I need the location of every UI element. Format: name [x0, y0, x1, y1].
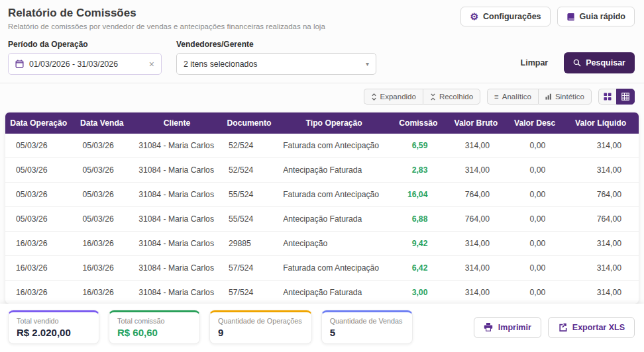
sales-count-card: Quantidade de Vendas 5 — [321, 310, 413, 344]
title-block: Relatório de Comissões Relatório de comi… — [8, 7, 325, 30]
settings-button[interactable]: ⚙ Configurações — [460, 7, 550, 26]
table-cell: 52/524 — [222, 134, 276, 158]
table-cell: 314,00 — [445, 232, 507, 256]
cards-view-button[interactable] — [598, 89, 616, 105]
table-cell: 3,00 — [392, 281, 445, 304]
search-button-label: Pesquisar — [586, 58, 625, 67]
table-cell: 0,00 — [507, 256, 563, 281]
export-icon — [558, 323, 567, 331]
sellers-filter-label: Vendedores/Gerente — [176, 40, 376, 49]
header-actions: ⚙ Configurações Guia rápido — [460, 7, 635, 26]
search-button[interactable]: Pesquisar — [564, 52, 635, 73]
table-toolbar: Expandido Recolhido ≡ Analítico Sintétic… — [0, 83, 644, 110]
column-header: Cliente — [132, 112, 222, 134]
table-row[interactable]: 05/03/2605/03/2631084 - Maria Carlos52/5… — [5, 134, 639, 158]
table-row[interactable]: 05/03/2605/03/2631084 - Maria Carlos55/5… — [5, 207, 639, 232]
table-cell: 6,88 — [392, 207, 445, 232]
expand-all-button[interactable]: Expandido — [364, 89, 423, 105]
table-row[interactable]: 05/03/2605/03/2631084 - Maria Carlos52/5… — [5, 158, 639, 183]
period-date-input[interactable]: 01/03/2026 - 31/03/2026 × — [8, 53, 162, 75]
table-cell: 0,00 — [507, 207, 563, 232]
table-row[interactable]: 16/03/2616/03/2631084 - Maria Carlos57/5… — [5, 256, 639, 281]
table-cell: 314,00 — [445, 281, 507, 304]
results-table-panel: Data OperaçãoData VendaClienteDocumentoT… — [5, 112, 639, 304]
table-cell: 31084 - Maria Carlos — [132, 281, 222, 304]
table-cell: 05/03/26 — [5, 207, 72, 232]
table-row[interactable]: 16/03/2616/03/2631084 - Maria Carlos2988… — [5, 232, 639, 256]
synthetic-view-button[interactable]: Sintético — [538, 89, 592, 105]
table-cell: 314,00 — [563, 134, 639, 158]
table-cell: 0,00 — [507, 183, 563, 207]
export-xls-button-label: Exportar XLS — [572, 323, 625, 332]
sellers-select[interactable]: 2 itens selecionados ▾ — [176, 53, 376, 75]
table-cell: 05/03/26 — [72, 158, 132, 183]
unfold-more-icon — [371, 93, 377, 101]
filters-section: Período da Operação 01/03/2026 - 31/03/2… — [8, 40, 635, 75]
expand-collapse-group: Expandido Recolhido — [364, 89, 481, 105]
table-cell: Antecipação Faturada — [276, 207, 392, 232]
table-cell: Faturada com Antecipação — [276, 134, 392, 158]
table-cell: 31084 - Maria Carlos — [132, 158, 222, 183]
table-cell: 314,00 — [563, 256, 639, 281]
header-section: Relatório de Comissões Relatório de comi… — [0, 0, 644, 83]
table-cell: 52/524 — [222, 158, 276, 183]
footer-actions: Imprimir Exportar XLS — [474, 317, 635, 338]
layout-toggle-group — [598, 89, 635, 105]
table-cell: 16/03/26 — [5, 281, 72, 304]
table-cell: 314,00 — [563, 281, 639, 304]
calendar-icon — [15, 60, 24, 68]
sales-count-label: Quantidade de Vendas — [330, 317, 403, 325]
table-cell: 314,00 — [445, 256, 507, 281]
table-cell: Antecipação Faturada — [276, 281, 392, 304]
operations-count-value: 9 — [218, 327, 302, 338]
search-icon — [573, 59, 581, 67]
table-cell: 16/03/26 — [72, 232, 132, 256]
total-commission-label: Total comissão — [117, 317, 190, 325]
printer-icon — [484, 323, 493, 331]
table-cell: 0,00 — [507, 232, 563, 256]
synthetic-view-label: Sintético — [555, 93, 584, 101]
column-header: Valor Bruto — [445, 112, 507, 134]
table-view-button[interactable] — [616, 89, 635, 105]
export-xls-button[interactable]: Exportar XLS — [548, 317, 635, 338]
table-cell: Antecipação — [276, 232, 392, 256]
table-cell: 31084 - Maria Carlos — [132, 134, 222, 158]
gear-icon: ⚙ — [470, 12, 478, 21]
table-cell: 05/03/26 — [5, 158, 72, 183]
table-cell: 16,04 — [392, 183, 445, 207]
settings-button-label: Configurações — [483, 12, 541, 21]
table-cell: 05/03/26 — [72, 134, 132, 158]
table-cell: 314,00 — [445, 158, 507, 183]
view-mode-group: ≡ Analítico Sintético — [487, 89, 592, 105]
collapse-all-button[interactable]: Recolhido — [423, 89, 480, 105]
total-commission-card: Total comissão R$ 60,60 — [109, 310, 200, 344]
chevron-down-icon: ▾ — [366, 60, 369, 67]
table-row[interactable]: 16/03/2616/03/2631084 - Maria Carlos57/5… — [5, 281, 639, 304]
summary-footer: Total vendido R$ 2.020,00 Total comissão… — [0, 304, 644, 352]
table-cell: 31084 - Maria Carlos — [132, 183, 222, 207]
analytic-view-button[interactable]: ≡ Analítico — [487, 89, 538, 105]
table-cell: 764,00 — [445, 183, 507, 207]
column-header: Tipo Operação — [276, 112, 392, 134]
table-row[interactable]: 05/03/2605/03/2631084 - Maria Carlos55/5… — [5, 183, 639, 207]
operations-count-label: Quantidade de Operações — [218, 317, 302, 325]
sales-count-value: 5 — [330, 327, 403, 338]
table-cell: 57/524 — [222, 256, 276, 281]
table-cell: 16/03/26 — [72, 281, 132, 304]
table-cell: 764,00 — [563, 207, 639, 232]
table-cell: 55/524 — [222, 183, 276, 207]
clear-date-icon[interactable]: × — [149, 59, 154, 69]
table-cell: 16/03/26 — [5, 256, 72, 281]
grid-cards-icon — [604, 93, 612, 101]
bar-chart-icon — [545, 93, 552, 100]
table-header-row: Data OperaçãoData VendaClienteDocumentoT… — [5, 112, 639, 134]
clear-filters-button[interactable]: Limpar — [517, 58, 553, 68]
table-cell: Faturada com Antecipação — [276, 183, 392, 207]
column-header: Valor Desc — [507, 112, 563, 134]
sellers-filter: Vendedores/Gerente 2 itens selecionados … — [176, 40, 376, 75]
column-header: Data Operação — [5, 112, 72, 134]
column-header: Comissão — [392, 112, 445, 134]
quick-guide-button[interactable]: Guia rápido — [557, 7, 635, 26]
table-cell: 31084 - Maria Carlos — [132, 207, 222, 232]
print-button[interactable]: Imprimir — [474, 317, 541, 338]
